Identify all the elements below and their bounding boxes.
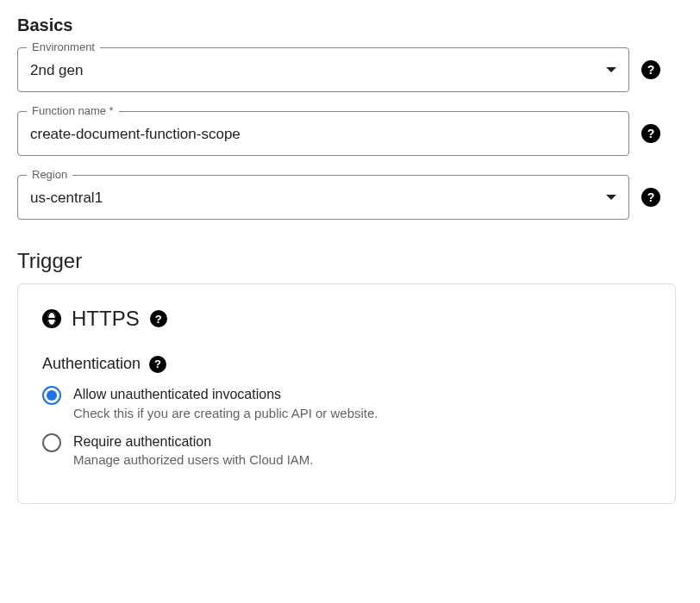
help-icon[interactable]: ? [641,60,660,79]
auth-option-label: Require authentication [73,432,313,451]
trigger-card: HTTPS ? Authentication ? Allow unauthent… [17,283,676,504]
help-icon[interactable]: ? [150,310,167,327]
help-icon[interactable]: ? [641,124,660,143]
radio-icon [42,433,61,452]
help-icon[interactable]: ? [149,356,166,373]
trigger-title: Trigger [17,249,683,273]
globe-icon [42,309,61,328]
auth-option-require-auth[interactable]: Require authentication Manage authorized… [42,432,651,468]
chevron-down-icon [606,67,616,72]
help-icon[interactable]: ? [641,188,660,207]
function-name-value: create-document-function-scope [30,127,616,141]
trigger-type: HTTPS [72,307,140,331]
radio-icon [42,386,61,405]
auth-option-label: Allow unauthenticated invocations [73,385,378,404]
region-select[interactable]: Region us-central1 [17,175,629,220]
region-label: Region [27,168,72,181]
auth-option-allow-unauth[interactable]: Allow unauthenticated invocations Check … [42,385,651,420]
function-name-input[interactable]: Function name * create-document-function… [17,111,629,156]
auth-option-sub: Manage authorized users with Cloud IAM. [73,452,313,467]
environment-label: Environment [27,40,100,53]
auth-option-sub: Check this if you are creating a public … [73,406,378,420]
function-name-label: Function name * [27,104,119,117]
region-value: us-central1 [30,190,599,205]
environment-value: 2nd gen [30,63,599,78]
environment-select[interactable]: Environment 2nd gen [17,47,629,92]
auth-title: Authentication [42,355,141,373]
chevron-down-icon [606,195,616,200]
basics-title: Basics [17,16,683,35]
